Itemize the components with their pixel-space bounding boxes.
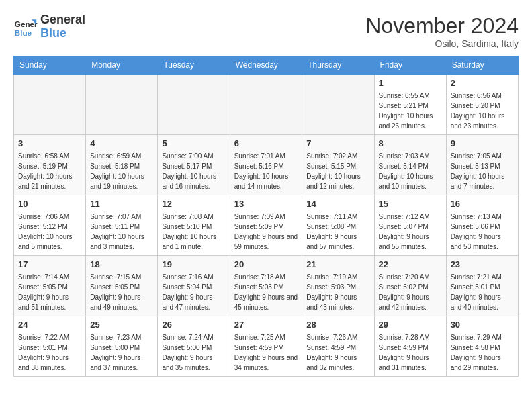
logo-icon: General Blue [13,15,38,39]
day-info: Sunrise: 7:11 AM Sunset: 5:08 PM Dayligh… [306,212,369,252]
day-info: Sunrise: 7:05 AM Sunset: 5:13 PM Dayligh… [451,151,514,191]
day-number: 20 [234,259,298,271]
calendar-day: 2Sunrise: 6:56 AM Sunset: 5:20 PM Daylig… [446,75,518,135]
day-info: Sunrise: 7:13 AM Sunset: 5:06 PM Dayligh… [451,212,514,252]
day-number: 21 [306,259,369,271]
calendar-day: 21Sunrise: 7:19 AM Sunset: 5:03 PM Dayli… [302,256,374,316]
day-info: Sunrise: 7:08 AM Sunset: 5:10 PM Dayligh… [162,212,225,252]
day-number: 9 [451,138,514,150]
logo-general: General [40,13,85,27]
calendar-week-2: 3Sunrise: 6:58 AM Sunset: 5:19 PM Daylig… [14,135,519,195]
logo-blue: Blue [40,27,85,40]
day-number: 25 [90,319,153,331]
weekday-header-tuesday: Tuesday [158,56,230,75]
day-info: Sunrise: 7:19 AM Sunset: 5:03 PM Dayligh… [306,272,369,312]
calendar-header-row: SundayMondayTuesdayWednesdayThursdayFrid… [14,56,519,75]
day-number: 5 [162,138,225,150]
day-info: Sunrise: 7:12 AM Sunset: 5:07 PM Dayligh… [379,212,442,252]
logo-wordmark: General Blue [40,13,85,40]
title-block: November 2024 Osilo, Sardinia, Italy [365,13,519,49]
weekday-header-sunday: Sunday [14,56,86,75]
day-number: 15 [379,198,442,210]
day-number: 2 [451,77,514,89]
day-number: 16 [451,198,514,210]
calendar-week-1: 1Sunrise: 6:55 AM Sunset: 5:21 PM Daylig… [14,75,519,135]
day-number: 6 [234,138,298,150]
day-number: 1 [379,77,442,89]
day-info: Sunrise: 7:21 AM Sunset: 5:01 PM Dayligh… [451,272,514,312]
weekday-header-thursday: Thursday [302,56,374,75]
calendar-day: 3Sunrise: 6:58 AM Sunset: 5:19 PM Daylig… [14,135,86,195]
day-number: 23 [451,259,514,271]
calendar-day: 30Sunrise: 7:29 AM Sunset: 4:58 PM Dayli… [446,316,518,377]
calendar-day: 29Sunrise: 7:28 AM Sunset: 4:59 PM Dayli… [374,316,446,377]
day-number: 19 [162,259,225,271]
day-info: Sunrise: 7:14 AM Sunset: 5:05 PM Dayligh… [18,272,81,312]
location: Osilo, Sardinia, Italy [365,38,519,49]
day-number: 14 [306,198,369,210]
month-title: November 2024 [365,13,519,38]
calendar-day: 11Sunrise: 7:07 AM Sunset: 5:11 PM Dayli… [86,195,158,256]
day-number: 7 [306,138,369,150]
day-info: Sunrise: 7:07 AM Sunset: 5:11 PM Dayligh… [90,212,153,252]
day-info: Sunrise: 7:16 AM Sunset: 5:04 PM Dayligh… [162,272,225,312]
calendar-day [158,75,230,135]
day-number: 28 [306,319,369,331]
calendar-day [230,75,302,135]
calendar-day: 7Sunrise: 7:02 AM Sunset: 5:15 PM Daylig… [302,135,374,195]
calendar-day: 27Sunrise: 7:25 AM Sunset: 4:59 PM Dayli… [230,316,302,377]
day-number: 17 [18,259,81,271]
calendar-day: 5Sunrise: 7:00 AM Sunset: 5:17 PM Daylig… [158,135,230,195]
calendar-day [302,75,374,135]
day-number: 27 [234,319,298,331]
calendar-day: 16Sunrise: 7:13 AM Sunset: 5:06 PM Dayli… [446,195,518,256]
svg-text:Blue: Blue [15,28,32,36]
calendar-day: 6Sunrise: 7:01 AM Sunset: 5:16 PM Daylig… [230,135,302,195]
page-header: General Blue General Blue November 2024 … [13,13,519,49]
day-info: Sunrise: 7:18 AM Sunset: 5:03 PM Dayligh… [234,272,298,312]
calendar-day: 15Sunrise: 7:12 AM Sunset: 5:07 PM Dayli… [374,195,446,256]
day-info: Sunrise: 7:26 AM Sunset: 4:59 PM Dayligh… [306,332,369,373]
day-info: Sunrise: 7:29 AM Sunset: 4:58 PM Dayligh… [451,332,514,373]
calendar-day: 26Sunrise: 7:24 AM Sunset: 5:00 PM Dayli… [158,316,230,377]
weekday-header-saturday: Saturday [446,56,518,75]
day-number: 29 [379,319,442,331]
day-info: Sunrise: 7:15 AM Sunset: 5:05 PM Dayligh… [90,272,153,312]
day-number: 12 [162,198,225,210]
calendar-day: 9Sunrise: 7:05 AM Sunset: 5:13 PM Daylig… [446,135,518,195]
calendar-day: 12Sunrise: 7:08 AM Sunset: 5:10 PM Dayli… [158,195,230,256]
calendar-day: 10Sunrise: 7:06 AM Sunset: 5:12 PM Dayli… [14,195,86,256]
calendar-day [86,75,158,135]
day-info: Sunrise: 7:28 AM Sunset: 4:59 PM Dayligh… [379,332,442,373]
calendar-table: SundayMondayTuesdayWednesdayThursdayFrid… [13,56,519,377]
calendar-day: 13Sunrise: 7:09 AM Sunset: 5:09 PM Dayli… [230,195,302,256]
day-number: 3 [18,138,81,150]
day-info: Sunrise: 7:24 AM Sunset: 5:00 PM Dayligh… [162,332,225,373]
day-info: Sunrise: 7:25 AM Sunset: 4:59 PM Dayligh… [234,332,298,373]
calendar-day [14,75,86,135]
day-info: Sunrise: 7:01 AM Sunset: 5:16 PM Dayligh… [234,151,298,191]
calendar-day: 28Sunrise: 7:26 AM Sunset: 4:59 PM Dayli… [302,316,374,377]
calendar-day: 1Sunrise: 6:55 AM Sunset: 5:21 PM Daylig… [374,75,446,135]
calendar-week-4: 17Sunrise: 7:14 AM Sunset: 5:05 PM Dayli… [14,256,519,316]
calendar-day: 25Sunrise: 7:23 AM Sunset: 5:00 PM Dayli… [86,316,158,377]
weekday-header-friday: Friday [374,56,446,75]
day-info: Sunrise: 6:56 AM Sunset: 5:20 PM Dayligh… [451,91,514,131]
day-number: 24 [18,319,81,331]
day-number: 30 [451,319,514,331]
day-info: Sunrise: 6:55 AM Sunset: 5:21 PM Dayligh… [379,91,442,131]
day-number: 11 [90,198,153,210]
day-number: 4 [90,138,153,150]
calendar-day: 4Sunrise: 6:59 AM Sunset: 5:18 PM Daylig… [86,135,158,195]
calendar-week-5: 24Sunrise: 7:22 AM Sunset: 5:01 PM Dayli… [14,316,519,377]
day-info: Sunrise: 6:59 AM Sunset: 5:18 PM Dayligh… [90,151,153,191]
day-number: 13 [234,198,298,210]
calendar-day: 20Sunrise: 7:18 AM Sunset: 5:03 PM Dayli… [230,256,302,316]
day-info: Sunrise: 7:23 AM Sunset: 5:00 PM Dayligh… [90,332,153,373]
day-info: Sunrise: 7:00 AM Sunset: 5:17 PM Dayligh… [162,151,225,191]
logo: General Blue General Blue [13,13,85,40]
day-info: Sunrise: 7:20 AM Sunset: 5:02 PM Dayligh… [379,272,442,312]
day-info: Sunrise: 7:09 AM Sunset: 5:09 PM Dayligh… [234,212,298,252]
day-number: 10 [18,198,81,210]
calendar-day: 8Sunrise: 7:03 AM Sunset: 5:14 PM Daylig… [374,135,446,195]
